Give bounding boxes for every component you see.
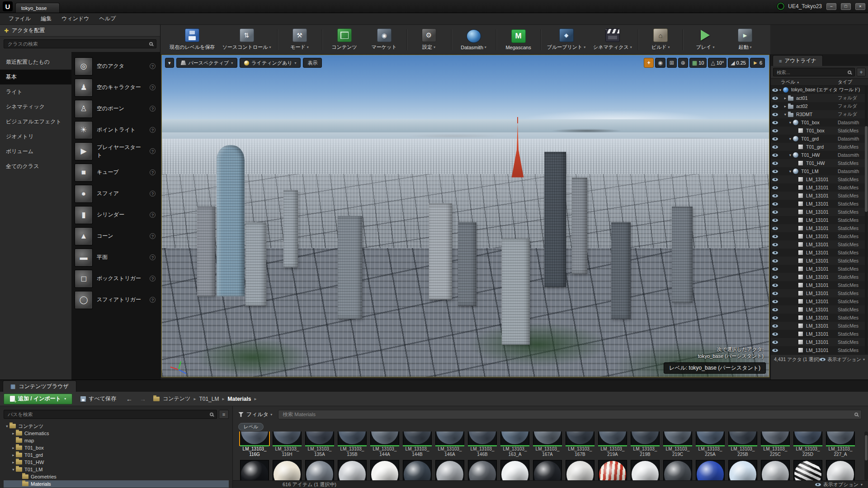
- visibility-eye-icon[interactable]: [772, 315, 778, 321]
- asset-tile[interactable]: [532, 460, 563, 480]
- viewport-options-button[interactable]: ▾: [165, 58, 174, 68]
- actor-item[interactable]: ◯スフィアトリガー?: [75, 289, 157, 310]
- asset-tile[interactable]: LM_13103_167B: [565, 432, 595, 457]
- visibility-eye-icon[interactable]: [772, 136, 778, 142]
- visibility-eye-icon[interactable]: [772, 347, 778, 353]
- folder-tree-item[interactable]: Materials: [4, 480, 229, 488]
- toolbar-button-launch[interactable]: 起動▾: [725, 27, 765, 52]
- outliner-row[interactable]: LM_13101StaticMes: [771, 322, 868, 330]
- outliner-row[interactable]: LM_13101StaticMes: [771, 216, 868, 224]
- visibility-eye-icon[interactable]: [772, 193, 778, 199]
- category-item[interactable]: 最近配置したもの: [0, 55, 71, 70]
- asset-tile[interactable]: [825, 460, 856, 480]
- visibility-eye-icon[interactable]: [772, 201, 778, 207]
- expander-icon[interactable]: ▾: [11, 467, 16, 472]
- visibility-eye-icon[interactable]: [772, 299, 778, 305]
- visibility-eye-icon[interactable]: [772, 274, 778, 280]
- visibility-eye-icon[interactable]: [772, 234, 778, 239]
- viewport-transform-button[interactable]: +: [644, 58, 654, 68]
- expander-icon[interactable]: ▾: [788, 169, 793, 174]
- asset-tile[interactable]: LM_13103_144B: [402, 432, 433, 457]
- perspective-button[interactable]: パースペクティブ ▾: [176, 58, 238, 68]
- folder-tree-item[interactable]: ▸Cinematics: [4, 430, 229, 437]
- outliner-row[interactable]: T01_HWStaticMes: [771, 159, 868, 167]
- outliner-row[interactable]: ▾T01_LMDatasmith: [771, 167, 868, 175]
- asset-tile[interactable]: LM_13103_144A: [369, 432, 400, 457]
- outliner-row[interactable]: LM_13101StaticMes: [771, 200, 868, 208]
- cb-view-options-button[interactable]: 表示オプション ▾: [815, 481, 863, 488]
- toolbar-button-content[interactable]: コンテンツ: [325, 27, 364, 52]
- outliner-row[interactable]: LM_13101StaticMes: [771, 314, 868, 322]
- visibility-eye-icon[interactable]: [772, 152, 778, 158]
- asset-tile[interactable]: LM_13103_227_A: [825, 432, 856, 457]
- asset-tile[interactable]: LM_13103_225C: [760, 432, 791, 457]
- asset-tile[interactable]: [727, 460, 758, 480]
- folder-tree-item[interactable]: ▸T01_HW: [4, 459, 229, 466]
- category-item[interactable]: ボリューム: [0, 144, 71, 159]
- viewport-camera-speed-button[interactable]: ►6: [750, 58, 765, 68]
- tab-content-browser[interactable]: ▦ コンテンツブラウザ: [3, 380, 76, 392]
- outliner-row[interactable]: LM_13101StaticMes: [771, 273, 868, 281]
- outliner-row[interactable]: LM_13101StaticMes: [771, 192, 868, 200]
- visibility-eye-icon[interactable]: [772, 185, 778, 191]
- expander-icon[interactable]: ▸: [11, 446, 16, 450]
- category-item[interactable]: 全てのクラス: [0, 159, 71, 174]
- outliner-row[interactable]: ▾T01_grdDatasmith: [771, 135, 868, 143]
- expander-icon[interactable]: ▸: [783, 96, 788, 100]
- asset-tile[interactable]: LM_13103_146A: [434, 432, 465, 457]
- outliner-row[interactable]: ▾tokyo_base (エディタ ワールド): [771, 86, 868, 94]
- visibility-eye-icon[interactable]: [772, 258, 778, 264]
- menu-item-4[interactable]: ヘルプ: [94, 13, 121, 24]
- show-flags-button[interactable]: 表示: [303, 58, 322, 68]
- actor-item[interactable]: ♟空のキャラクター?: [75, 77, 157, 98]
- outliner-row[interactable]: LM_13101StaticMes: [771, 305, 868, 314]
- outliner-row[interactable]: ▸act02フォルダ: [771, 102, 868, 110]
- viewport-grid-snap-button[interactable]: ▦10: [689, 58, 707, 68]
- add-import-button[interactable]: 追加 / インポート ▾: [4, 394, 72, 404]
- actor-item[interactable]: ♙空のポーン?: [75, 98, 157, 119]
- asset-search-input[interactable]: [278, 410, 862, 419]
- asset-tile[interactable]: [760, 460, 791, 480]
- asset-tile[interactable]: LM_13103_225D: [793, 432, 823, 457]
- toolbar-button-build[interactable]: ビルド▾: [641, 27, 680, 52]
- asset-tile[interactable]: [597, 460, 628, 480]
- menu-item-2[interactable]: 編集: [36, 13, 57, 24]
- outliner-row[interactable]: LM_13101StaticMes: [771, 265, 868, 273]
- asset-tile[interactable]: [500, 460, 530, 480]
- expander-icon[interactable]: ▾: [783, 112, 788, 117]
- level-badge[interactable]: レベル: tokyo_base (パーシスタント): [664, 362, 766, 374]
- asset-tile[interactable]: LM_13103_219C: [662, 432, 693, 457]
- outliner-row[interactable]: LM_13101StaticMes: [771, 208, 868, 216]
- outliner-row[interactable]: LM_13101StaticMes: [771, 257, 868, 265]
- visibility-eye-icon[interactable]: [772, 112, 778, 117]
- asset-tile[interactable]: [662, 460, 693, 480]
- expander-icon[interactable]: ▸: [11, 453, 16, 457]
- outliner-row[interactable]: LM_13101StaticMes: [771, 330, 868, 338]
- breadcrumb-materials[interactable]: Materials: [228, 396, 251, 402]
- asset-tile[interactable]: [695, 460, 726, 480]
- expander-icon[interactable]: ▸: [783, 104, 788, 108]
- toolbar-button-cinematics[interactable]: シネマティクス▾: [590, 27, 636, 52]
- visibility-eye-icon[interactable]: [772, 217, 778, 223]
- visibility-eye-icon[interactable]: [772, 87, 778, 93]
- outliner-column-header[interactable]: ラベル ▴ タイプ: [771, 78, 868, 86]
- folder-tree-item[interactable]: ▾T01_LM: [4, 466, 229, 473]
- outliner-row[interactable]: LM_13101StaticMes: [771, 183, 868, 192]
- asset-tile[interactable]: LM_13103_225A: [695, 432, 726, 457]
- visibility-eye-icon[interactable]: [772, 103, 778, 109]
- outliner-scrollbar[interactable]: [865, 85, 868, 354]
- outliner-row[interactable]: T01_grdStaticMes: [771, 143, 868, 151]
- toolbar-button-settings[interactable]: 設定▾: [409, 27, 449, 52]
- viewport-angle-snap-button[interactable]: △10°: [708, 58, 726, 68]
- viewport-maximize-button[interactable]: ⊞: [667, 58, 677, 68]
- visibility-eye-icon[interactable]: [772, 160, 778, 166]
- outliner-row[interactable]: LM_13101StaticMes: [771, 281, 868, 289]
- menu-item-3[interactable]: ウィンドウ: [57, 13, 94, 24]
- outliner-row[interactable]: LM_13101StaticMes: [771, 346, 868, 354]
- outliner-row[interactable]: LM_13101StaticMes: [771, 240, 868, 249]
- visibility-eye-icon[interactable]: [772, 307, 778, 313]
- save-all-button[interactable]: すべて保存: [76, 394, 121, 404]
- class-search-input[interactable]: [4, 39, 156, 48]
- toolbar-button-blueprints[interactable]: ブループリント▾: [543, 27, 590, 52]
- close-button[interactable]: ×: [855, 3, 865, 10]
